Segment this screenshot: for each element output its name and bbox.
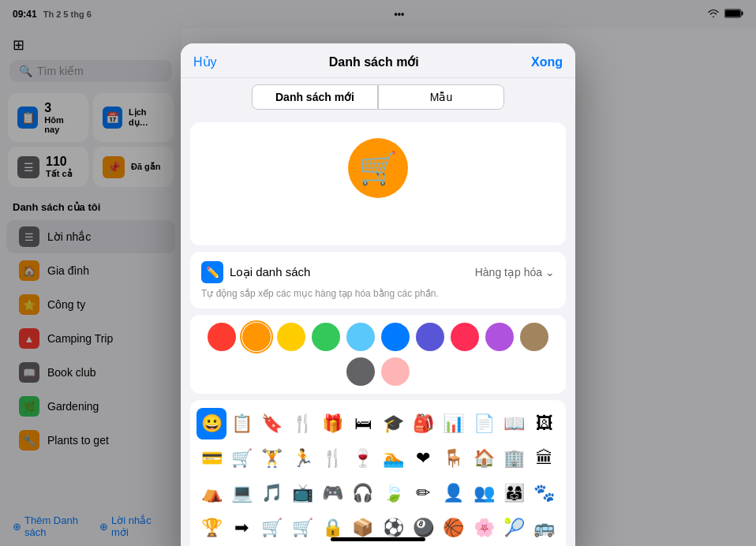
color-option-1[interactable] xyxy=(242,323,271,351)
icon-cell-1-2[interactable]: 🏋 xyxy=(257,443,287,474)
chevron-down-icon: ⌄ xyxy=(545,266,555,279)
icon-cell-0-4[interactable]: 🎁 xyxy=(317,408,347,439)
icon-row-0: 😀📋🔖🍴🎁🛏🎓🎒📊📄📖🖼 xyxy=(196,408,560,439)
icon-cell-1-8[interactable]: 🪑 xyxy=(439,443,469,474)
color-option-2[interactable] xyxy=(277,323,305,351)
color-option-0[interactable] xyxy=(208,323,236,351)
icon-cell-3-10[interactable]: 🎾 xyxy=(499,512,529,544)
icon-cell-0-11[interactable]: 🖼 xyxy=(530,408,560,439)
icon-cell-3-9[interactable]: 🌸 xyxy=(469,512,499,544)
icon-cell-2-11[interactable]: 🐾 xyxy=(530,477,560,509)
icon-cell-3-2[interactable]: 🛒 xyxy=(257,512,287,544)
icon-cell-2-3[interactable]: 📺 xyxy=(287,477,317,509)
list-type-left: ✏️ Loại danh sách xyxy=(201,261,310,283)
icon-cell-0-3[interactable]: 🍴 xyxy=(287,408,317,439)
icon-cell-1-7[interactable]: ❤ xyxy=(408,443,438,474)
list-type-row: ✏️ Loại danh sách Hàng tạp hóa ⌄ xyxy=(201,261,555,283)
modal-header: Hủy Danh sách mới Xong xyxy=(181,43,575,78)
icon-cell-0-8[interactable]: 📊 xyxy=(439,408,469,439)
icon-cell-0-5[interactable]: 🛏 xyxy=(348,408,378,439)
icon-cell-3-0[interactable]: 🏆 xyxy=(196,512,226,544)
icon-cell-1-11[interactable]: 🏛 xyxy=(530,443,560,474)
modal-tabs: Danh sách mới Mẫu xyxy=(181,78,575,116)
color-option-7[interactable] xyxy=(451,323,479,351)
icon-cell-1-4[interactable]: 🍴 xyxy=(317,443,347,474)
done-button[interactable]: Xong xyxy=(531,55,563,69)
list-type-icon: ✏️ xyxy=(201,261,223,283)
icon-cell-0-10[interactable]: 📖 xyxy=(499,408,529,439)
list-type-label: Loại danh sách xyxy=(230,265,310,279)
list-type-right[interactable]: Hàng tạp hóa ⌄ xyxy=(475,266,555,279)
icon-cell-3-11[interactable]: 🚌 xyxy=(530,512,560,544)
color-option-6[interactable] xyxy=(416,323,444,351)
color-option-3[interactable] xyxy=(312,323,340,351)
new-list-modal: Hủy Danh sách mới Xong Danh sách mới Mẫu… xyxy=(181,43,575,546)
color-option-5[interactable] xyxy=(381,323,410,351)
modal-title: Danh sách mới xyxy=(329,54,419,69)
icon-cell-0-6[interactable]: 🎓 xyxy=(378,408,408,439)
icon-preview-area: 🛒 xyxy=(190,122,566,245)
list-type-section: ✏️ Loại danh sách Hàng tạp hóa ⌄ Tự động… xyxy=(190,252,566,309)
icon-cell-2-0[interactable]: ⛺ xyxy=(196,477,226,509)
icon-cell-2-6[interactable]: 🍃 xyxy=(378,477,408,509)
list-type-value: Hàng tạp hóa xyxy=(475,266,542,279)
list-icon-preview[interactable]: 🛒 xyxy=(348,138,408,198)
icon-cell-1-5[interactable]: 🍷 xyxy=(348,443,378,474)
icon-cell-2-7[interactable]: ✏ xyxy=(408,477,438,509)
icon-cell-3-8[interactable]: 🏀 xyxy=(439,512,469,544)
color-option-4[interactable] xyxy=(346,323,375,351)
icon-cell-1-0[interactable]: 💳 xyxy=(196,443,226,474)
icon-cell-2-8[interactable]: 👤 xyxy=(439,477,469,509)
cart-icon: 🛒 xyxy=(358,150,398,187)
tab-new-list[interactable]: Danh sách mới xyxy=(252,84,378,110)
icon-grid: 😀📋🔖🍴🎁🛏🎓🎒📊📄📖🖼💳🛒🏋🏃🍴🍷🏊❤🪑🏠🏢🏛⛺💻🎵📺🎮🎧🍃✏👤👥👨‍👩‍👧🐾… xyxy=(190,400,566,546)
icon-cell-0-7[interactable]: 🎒 xyxy=(408,408,438,439)
icon-cell-2-5[interactable]: 🎧 xyxy=(348,477,378,509)
icon-cell-2-2[interactable]: 🎵 xyxy=(257,477,287,509)
icon-row-1: 💳🛒🏋🏃🍴🍷🏊❤🪑🏠🏢🏛 xyxy=(196,443,560,474)
color-option-9[interactable] xyxy=(520,323,548,351)
home-indicator xyxy=(331,537,425,541)
icon-cell-1-10[interactable]: 🏢 xyxy=(499,443,529,474)
list-name-input[interactable] xyxy=(206,209,550,230)
icon-cell-0-9[interactable]: 📄 xyxy=(469,408,499,439)
icon-cell-2-1[interactable]: 💻 xyxy=(226,477,256,509)
color-option-8[interactable] xyxy=(485,323,514,351)
icon-cell-1-3[interactable]: 🏃 xyxy=(287,443,317,474)
icon-row-2: ⛺💻🎵📺🎮🎧🍃✏👤👥👨‍👩‍👧🐾 xyxy=(196,477,560,509)
icon-cell-1-6[interactable]: 🏊 xyxy=(378,443,408,474)
icon-cell-2-9[interactable]: 👥 xyxy=(469,477,499,509)
icon-cell-0-0[interactable]: 😀 xyxy=(196,408,226,439)
color-picker xyxy=(190,315,566,394)
color-option-10[interactable] xyxy=(346,357,375,386)
icon-cell-2-4[interactable]: 🎮 xyxy=(317,477,347,509)
icon-cell-1-9[interactable]: 🏠 xyxy=(469,443,499,474)
icon-cell-0-1[interactable]: 📋 xyxy=(226,408,256,439)
cancel-button[interactable]: Hủy xyxy=(193,54,217,69)
icon-cell-1-1[interactable]: 🛒 xyxy=(226,443,256,474)
icon-cell-0-2[interactable]: 🔖 xyxy=(257,408,287,439)
icon-cell-2-10[interactable]: 👨‍👩‍👧 xyxy=(499,477,529,509)
list-type-hint: Tự động sắp xếp các mục hàng tạp hóa bằn… xyxy=(201,288,555,299)
icon-cell-3-1[interactable]: ➡ xyxy=(226,512,256,544)
color-option-11[interactable] xyxy=(381,357,410,386)
icon-cell-3-3[interactable]: 🛒 xyxy=(287,512,317,544)
tab-template[interactable]: Mẫu xyxy=(378,84,504,110)
